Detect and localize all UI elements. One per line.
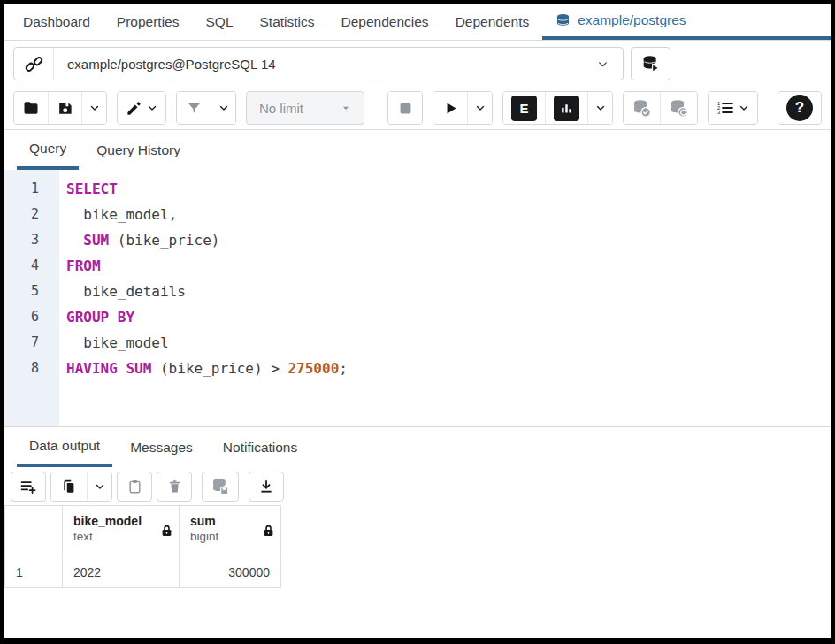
- copy-options-button[interactable]: [87, 472, 111, 501]
- table-cell[interactable]: 300000: [180, 556, 281, 588]
- tab-query[interactable]: Query: [17, 130, 79, 170]
- rollback-button[interactable]: [660, 92, 697, 124]
- line-number: 5: [4, 279, 59, 304]
- subtab-label: Notifications: [223, 440, 297, 456]
- sql-token-id: ;: [339, 360, 348, 377]
- chevron-down-icon: [739, 103, 749, 113]
- edit-button[interactable]: [118, 92, 165, 124]
- code-line[interactable]: SUM (bike_price): [66, 227, 831, 253]
- copy-button-group: [50, 472, 112, 502]
- sql-token-id: bike_details: [66, 283, 186, 300]
- open-file-button[interactable]: [14, 92, 48, 124]
- macros-button[interactable]: 1 2 3: [709, 92, 757, 124]
- sql-token-id: bike_model,: [66, 206, 177, 223]
- add-row-button[interactable]: [11, 472, 46, 502]
- download-button[interactable]: [249, 472, 284, 502]
- code-line[interactable]: HAVING SUM (bike_price) > 275000;: [66, 356, 831, 381]
- tab-properties[interactable]: Properties: [103, 4, 193, 40]
- line-number: 2: [4, 202, 59, 227]
- lock-icon: [161, 525, 172, 538]
- tab-query-tool-active[interactable]: example/postgres: [542, 4, 831, 40]
- tab-dependencies[interactable]: Dependencies: [328, 4, 442, 40]
- tab-query-history[interactable]: Query History: [84, 130, 193, 170]
- new-connection-button[interactable]: [631, 47, 670, 80]
- copy-button[interactable]: [51, 472, 87, 501]
- explain-analyze-button[interactable]: [545, 92, 587, 124]
- commit-button[interactable]: [624, 92, 660, 124]
- delete-button[interactable]: [157, 472, 192, 502]
- column-type: text: [73, 529, 156, 545]
- sql-token-id: [66, 232, 83, 249]
- sql-token-id: [118, 360, 126, 377]
- filter-options-button[interactable]: [211, 92, 235, 124]
- save-data-changes-button[interactable]: [202, 472, 239, 502]
- tab-data-output[interactable]: Data output: [17, 427, 112, 467]
- code-line[interactable]: SELECT: [66, 176, 831, 202]
- execute-button-group: [433, 91, 493, 125]
- tab-messages[interactable]: Messages: [118, 427, 205, 467]
- table-cell[interactable]: 2022: [63, 556, 180, 588]
- trash-icon: [167, 479, 182, 494]
- save-options-button[interactable]: [81, 92, 106, 124]
- header-tab-label: Dependents: [456, 14, 530, 30]
- code-line[interactable]: GROUP BY: [66, 304, 831, 330]
- row-limit-select[interactable]: No limit: [246, 91, 364, 125]
- sql-token-kw: SUM: [83, 232, 109, 249]
- code-line[interactable]: FROM: [66, 253, 831, 279]
- tab-dependents[interactable]: Dependents: [442, 4, 543, 40]
- sql-token-kw: GROUP BY: [66, 309, 134, 326]
- transaction-button-group: [623, 91, 698, 125]
- pencil-icon: [126, 100, 142, 117]
- filter-button[interactable]: [177, 92, 211, 124]
- chevron-down-icon: [475, 103, 486, 113]
- subtab-label: Messages: [130, 440, 193, 456]
- tab-notifications[interactable]: Notifications: [211, 427, 310, 467]
- code-line[interactable]: bike_model,: [66, 202, 831, 227]
- save-icon: [57, 100, 73, 117]
- database-rollback-icon: [669, 98, 689, 119]
- execute-options-button[interactable]: [467, 92, 492, 124]
- database-save-icon: [211, 477, 230, 496]
- explain-button-group: E: [502, 91, 613, 125]
- connection-status-cell[interactable]: [14, 48, 54, 80]
- bar-chart-icon: [554, 96, 579, 121]
- row-number-header[interactable]: [5, 506, 63, 556]
- lock-icon: [263, 525, 274, 538]
- chevron-down-icon: [218, 103, 229, 113]
- column-header-bike-model[interactable]: bike_modeltext: [63, 506, 180, 556]
- tab-sql[interactable]: SQL: [192, 4, 246, 40]
- stop-button[interactable]: [388, 92, 422, 124]
- connection-selector[interactable]: example/postgres@PostgreSQL 14: [54, 48, 623, 80]
- explain-options-button[interactable]: [587, 92, 612, 124]
- editor-tabbar: Query Query History: [4, 130, 831, 170]
- explain-button[interactable]: E: [503, 92, 545, 124]
- sql-token-kw: SELECT: [66, 180, 118, 197]
- macros-button-group: 1 2 3: [708, 91, 758, 125]
- help-icon: ?: [786, 95, 813, 121]
- add-row-icon: [19, 478, 37, 495]
- header-tab-label: example/postgres: [578, 12, 686, 28]
- save-button[interactable]: [48, 92, 81, 124]
- clipboard-icon: [127, 479, 142, 494]
- sql-token-kw: FROM: [66, 257, 101, 274]
- row-number-cell[interactable]: 1: [5, 556, 63, 588]
- code-line[interactable]: bike_model: [66, 330, 831, 356]
- execute-button[interactable]: [433, 92, 467, 124]
- database-new-connection-icon: [641, 54, 661, 73]
- help-button-group: ?: [778, 91, 822, 125]
- connection-selector-value: example/postgres@PostgreSQL 14: [67, 57, 276, 72]
- column-header-sum[interactable]: sumbigint: [180, 506, 281, 556]
- line-number: 4: [4, 253, 59, 279]
- play-icon: [442, 100, 459, 117]
- tab-dashboard[interactable]: Dashboard: [10, 4, 103, 40]
- line-number: 7: [4, 330, 59, 356]
- line-number: 3: [4, 227, 59, 253]
- help-button[interactable]: ?: [778, 92, 821, 124]
- tab-statistics[interactable]: Statistics: [247, 4, 328, 40]
- explain-icon: E: [511, 96, 537, 121]
- database-icon: [555, 12, 571, 29]
- svg-text:3: 3: [717, 110, 720, 115]
- editor-code[interactable]: SELECT bike_model, SUM (bike_price)FROM …: [59, 170, 831, 426]
- paste-button[interactable]: [117, 472, 152, 502]
- code-line[interactable]: bike_details: [66, 279, 831, 304]
